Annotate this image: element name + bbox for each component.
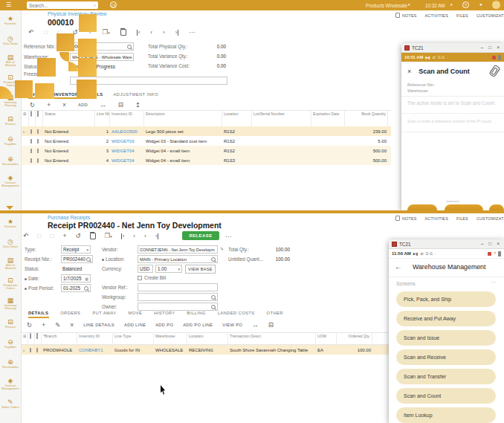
add-row-button[interactable]: +: [42, 322, 45, 329]
activities-link[interactable]: ACTIVITIES: [425, 216, 448, 221]
screen-button-receive-put-away[interactable]: Receive and Put Away: [396, 311, 496, 326]
prev-record-button[interactable]: ‹: [150, 30, 152, 36]
currency-code-input[interactable]: USD: [138, 265, 153, 273]
col-inventory-id[interactable]: Inventory ID: [77, 333, 113, 344]
delete-button[interactable]: [120, 29, 126, 36]
location-input[interactable]: MAIN - Primary Location: [138, 255, 218, 263]
device-button-partial[interactable]: [407, 204, 437, 210]
tab-details[interactable]: DETAILS: [28, 311, 48, 315]
export-excel-icon[interactable]: ⊟: [268, 322, 274, 329]
col-status[interactable]: Status: [43, 111, 95, 126]
sidebar-item-contract-management[interactable]: ◈Contract Management: [0, 171, 21, 191]
col-description[interactable]: Description: [144, 111, 222, 126]
add-po-line-button[interactable]: ADD PO LINE: [183, 323, 213, 327]
back-arrow-icon[interactable]: ←: [395, 262, 402, 271]
avatar[interactable]: [492, 1, 500, 9]
create-bill-checkbox[interactable]: [138, 276, 142, 280]
sidebar-item-contract-management[interactable]: ◈Contract Management: [0, 374, 21, 394]
add-po-button[interactable]: ADD PO: [155, 323, 173, 327]
save-close-button[interactable]: □: [50, 233, 54, 239]
lookup-icon[interactable]: [127, 45, 132, 49]
tab-billing[interactable]: BILLING: [187, 311, 206, 315]
post-period-input[interactable]: 01-2025: [61, 284, 91, 292]
refresh-button[interactable]: ↻: [30, 102, 35, 109]
view-base-button[interactable]: VIEW BASE: [185, 265, 216, 274]
copy-paste-button[interactable]: ❐▾: [103, 29, 110, 36]
maximize-icon[interactable]: □: [487, 242, 493, 247]
company-selector[interactable]: Products Wholesale: [366, 3, 407, 8]
close-screen-icon[interactable]: ×: [407, 68, 411, 75]
more-actions-button[interactable]: ···: [189, 29, 196, 36]
row-selector-icon[interactable]: ⊞: [22, 333, 28, 344]
workgroup-input[interactable]: [138, 293, 218, 301]
sidebar-item-receivables[interactable]: ⊕Receivables: [0, 151, 21, 171]
view-po-button[interactable]: VIEW PO: [222, 323, 242, 327]
delete-row-button[interactable]: ×: [62, 102, 66, 109]
add-line-button[interactable]: ADD LINE: [124, 323, 146, 327]
fit-width-icon[interactable]: ↔: [252, 322, 259, 329]
first-record-button[interactable]: ‹: [121, 233, 125, 239]
col-expiration[interactable]: Expiration Date: [311, 111, 345, 126]
refresh-button[interactable]: ↻: [27, 322, 32, 329]
copy-paste-button[interactable]: ❐▾: [105, 233, 112, 239]
col-uom[interactable]: UOM: [316, 333, 337, 344]
sidebar-item-production-orders[interactable]: ⊡Production Orders: [0, 274, 21, 294]
lookup-icon[interactable]: [211, 305, 216, 309]
screen-button-scan-count[interactable]: Scan and Count: [396, 388, 496, 404]
sidebar-item-bills-of-material[interactable]: ▤Bills of Material: [0, 254, 21, 274]
col-location[interactable]: Location: [222, 111, 252, 126]
col-ordered-qty[interactable]: Ordered Qty.: [337, 333, 372, 344]
lookup-icon[interactable]: [211, 295, 216, 300]
revert-button[interactable]: ↺: [75, 233, 80, 239]
row-selector-icon[interactable]: ⊞: [22, 111, 29, 126]
col-inventory-id[interactable]: Inventory ID: [110, 111, 144, 126]
table-row[interactable]: › Not Entered 1 AALEGO500 Lego 500 piece…: [22, 126, 391, 136]
col-branch[interactable]: *Branch: [42, 333, 77, 344]
col-line-type[interactable]: Line Type: [113, 333, 154, 344]
sidebar-item-payables[interactable]: ⊖Payables: [0, 131, 21, 151]
activities-link[interactable]: ACTIVITIES: [425, 13, 448, 18]
next-record-button[interactable]: ›: [163, 30, 165, 36]
inventory-link[interactable]: AALEGO500: [110, 129, 144, 134]
cancel-button[interactable]: ↶: [23, 233, 28, 239]
tab-adjustment-info[interactable]: ADJUSTMENT INFO: [114, 92, 158, 97]
tab-other[interactable]: OTHER: [267, 311, 283, 315]
receipt-nbr-input[interactable]: PR002440: [61, 255, 93, 263]
next-record-button[interactable]: ›: [144, 233, 146, 239]
sidebar-item-inventory-planning[interactable]: ▦Inventory Planning: [0, 294, 21, 314]
help-icon[interactable]: ?: [462, 1, 469, 8]
breadcrumb[interactable]: Physical Inventory Review: [48, 11, 106, 16]
col-line-nbr[interactable]: Line Nbr.: [95, 111, 110, 126]
delete-button[interactable]: [90, 233, 96, 239]
inventory-link[interactable]: WIDGET04: [110, 149, 144, 153]
lookup-icon[interactable]: [84, 286, 88, 291]
col-lot-serial[interactable]: Lot/Serial Number: [252, 111, 311, 126]
screen-button-item-lookup[interactable]: Item Lookup: [396, 407, 496, 423]
device-title-bar[interactable]: TC21 – □ ×: [401, 43, 504, 53]
screen-button-pick-pack-ship[interactable]: Pick, Pack, and Ship: [396, 291, 496, 307]
tab-orders[interactable]: ORDERS: [60, 311, 80, 315]
notes-link[interactable]: NOTES: [402, 13, 417, 18]
date-input[interactable]: 1/7/2025▦: [61, 274, 91, 282]
type-select[interactable]: Receipt▾: [61, 245, 91, 254]
line-details-button[interactable]: LINE DETAILS: [83, 323, 114, 327]
table-row[interactable]: Not Entered 4 WIDGET04 Widget 04 - small…: [22, 155, 391, 165]
screen-button-scan-transfer[interactable]: Scan and Transfer: [396, 369, 496, 384]
sidebar-item-receivables[interactable]: ⊕Receivables: [0, 354, 21, 374]
minimize-icon[interactable]: –: [479, 242, 485, 247]
files-link[interactable]: FILES: [456, 13, 468, 18]
delete-row-button[interactable]: ×: [70, 322, 74, 329]
sidebar-item-finance[interactable]: ⊟Finance: [0, 111, 21, 131]
add-button[interactable]: ADD: [78, 103, 88, 107]
sidebar-item-sales-orders[interactable]: ✎Sales Orders: [0, 394, 21, 414]
col-location[interactable]: Location: [187, 333, 228, 344]
upload-icon[interactable]: ↥: [135, 102, 140, 109]
prev-record-button[interactable]: ‹: [133, 233, 135, 239]
col-warehouse[interactable]: Warehouse: [154, 333, 187, 344]
overflow-menu-icon[interactable]: ···: [491, 280, 497, 285]
drag-handle[interactable]: [446, 201, 459, 202]
sidebar-expand-icon[interactable]: [6, 206, 13, 210]
lookup-icon[interactable]: [86, 257, 91, 262]
customization-link[interactable]: CUSTOMIZATION: [476, 216, 504, 221]
bell-icon[interactable]: ●: [479, 2, 482, 7]
